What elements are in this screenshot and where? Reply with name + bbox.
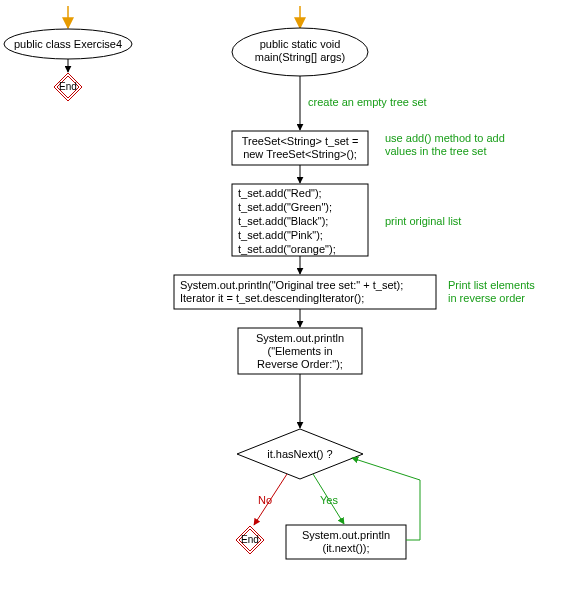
flowchart-canvas: public class Exercise4 End public static… — [0, 0, 565, 601]
label-no: No — [258, 494, 272, 506]
class-start-label: public class Exercise4 — [14, 38, 122, 50]
class-end-node: End — [54, 73, 82, 101]
b3-l2: Iterator it = t_set.descendingIterator()… — [180, 292, 364, 304]
b2-l4: t_set.add("Pink"); — [238, 229, 323, 241]
b2-l5: t_set.add("orange"); — [238, 243, 336, 255]
main-start-l2: main(String[] args) — [255, 51, 345, 63]
comment-c2-l1: use add() method to add — [385, 132, 505, 144]
comment-c3: print original list — [385, 215, 461, 227]
b2-l1: t_set.add("Red"); — [238, 187, 322, 199]
b4-l2: ("Elements in — [267, 345, 332, 357]
b1-l2: new TreeSet<String>(); — [243, 148, 357, 160]
b2-l3: t_set.add("Black"); — [238, 215, 328, 227]
comment-c2-l2: values in the tree set — [385, 145, 487, 157]
main-start-l1: public static void — [260, 38, 341, 50]
comment-c4-l2: in reverse order — [448, 292, 525, 304]
comment-c1: create an empty tree set — [308, 96, 427, 108]
lane-main: public static void main(String[] args) c… — [174, 6, 535, 559]
class-end-label: End — [59, 81, 77, 92]
comment-c4-l1: Print list elements — [448, 279, 535, 291]
b4-l3: Reverse Order:"); — [257, 358, 343, 370]
main-end-node: End — [236, 526, 264, 554]
label-yes: Yes — [320, 494, 338, 506]
main-end-label: End — [241, 534, 259, 545]
b4-l1: System.out.println — [256, 332, 344, 344]
b5-l2: (it.next()); — [322, 542, 369, 554]
b5-l1: System.out.println — [302, 529, 390, 541]
b3-l1: System.out.println("Original tree set:" … — [180, 279, 403, 291]
b2-l2: t_set.add("Green"); — [238, 201, 332, 213]
lane-class: public class Exercise4 End — [4, 6, 132, 101]
b1-l1: TreeSet<String> t_set = — [242, 135, 359, 147]
d1-label: it.hasNext() ? — [267, 448, 332, 460]
